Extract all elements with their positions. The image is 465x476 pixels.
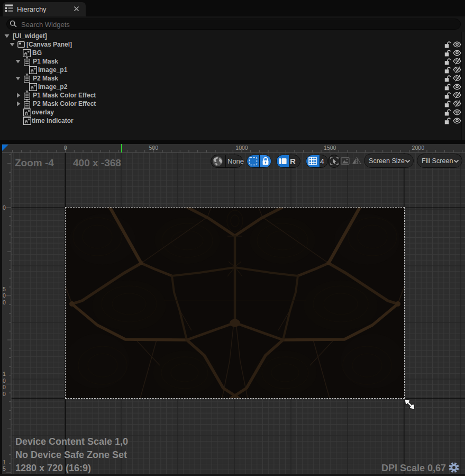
svg-text:5: 5 bbox=[3, 286, 6, 292]
svg-text:1: 1 bbox=[3, 371, 6, 377]
svg-text:0: 0 bbox=[3, 292, 6, 299]
svg-text:1500: 1500 bbox=[324, 145, 336, 151]
svg-text:0: 0 bbox=[64, 145, 67, 151]
svg-text:1: 1 bbox=[3, 459, 6, 465]
svg-text:1000: 1000 bbox=[235, 145, 248, 151]
svg-text:0: 0 bbox=[3, 204, 6, 211]
svg-text:0: 0 bbox=[3, 391, 6, 397]
svg-text:0: 0 bbox=[3, 384, 6, 390]
svg-text:5: 5 bbox=[3, 465, 6, 472]
svg-text:500: 500 bbox=[149, 145, 159, 151]
svg-text:0: 0 bbox=[3, 378, 6, 384]
svg-text:0: 0 bbox=[3, 299, 6, 306]
svg-text:2000: 2000 bbox=[412, 145, 425, 151]
